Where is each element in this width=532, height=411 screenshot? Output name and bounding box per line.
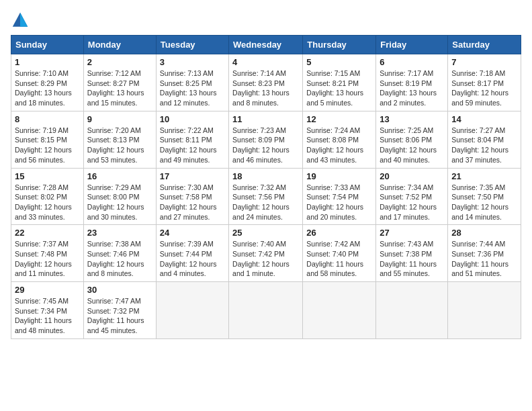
day-info: Sunrise: 7:14 AMSunset: 8:23 PMDaylight:… [232,68,299,108]
day-number: 3 [160,57,225,67]
day-number: 27 [380,228,444,238]
calendar-cell: 22Sunrise: 7:37 AMSunset: 7:48 PMDayligh… [11,225,84,282]
day-info: Sunrise: 7:32 AMSunset: 7:56 PMDaylight:… [232,183,299,222]
calendar-cell [448,282,521,339]
weekday-header-monday: Monday [83,36,156,54]
calendar-cell: 6Sunrise: 7:17 AMSunset: 8:19 PMDaylight… [376,54,448,111]
calendar-cell: 10Sunrise: 7:22 AMSunset: 8:11 PMDayligh… [156,111,228,168]
day-number: 19 [306,171,372,181]
day-info: Sunrise: 7:39 AMSunset: 7:44 PMDaylight:… [160,239,225,279]
calendar-cell [376,282,448,339]
weekday-header-row: SundayMondayTuesdayWednesdayThursdayFrid… [11,36,521,54]
weekday-header-tuesday: Tuesday [156,36,228,54]
day-number: 25 [232,228,299,238]
calendar-cell: 13Sunrise: 7:25 AMSunset: 8:06 PMDayligh… [376,111,448,168]
calendar-cell: 25Sunrise: 7:40 AMSunset: 7:42 PMDayligh… [229,225,303,282]
day-info: Sunrise: 7:23 AMSunset: 8:09 PMDaylight:… [232,126,299,165]
day-number: 17 [160,171,225,181]
day-info: Sunrise: 7:25 AMSunset: 8:06 PMDaylight:… [380,126,444,165]
calendar-cell: 2Sunrise: 7:12 AMSunset: 8:27 PMDaylight… [83,54,156,111]
calendar-week-row: 8Sunrise: 7:19 AMSunset: 8:15 PMDaylight… [11,111,521,168]
weekday-header-sunday: Sunday [11,36,84,54]
weekday-header-friday: Friday [376,36,448,54]
weekday-header-thursday: Thursday [303,36,376,54]
calendar-cell: 5Sunrise: 7:15 AMSunset: 8:21 PMDaylight… [303,54,376,111]
day-info: Sunrise: 7:44 AMSunset: 7:36 PMDaylight:… [451,239,517,279]
calendar-cell: 26Sunrise: 7:42 AMSunset: 7:40 PMDayligh… [303,225,376,282]
day-number: 30 [87,285,152,295]
day-info: Sunrise: 7:12 AMSunset: 8:27 PMDaylight:… [87,68,152,108]
day-number: 5 [306,57,372,67]
day-number: 4 [232,57,299,67]
calendar-cell: 28Sunrise: 7:44 AMSunset: 7:36 PMDayligh… [448,225,521,282]
day-info: Sunrise: 7:20 AMSunset: 8:13 PMDaylight:… [87,126,152,165]
day-number: 26 [306,228,372,238]
calendar-cell: 14Sunrise: 7:27 AMSunset: 8:04 PMDayligh… [448,111,521,168]
day-info: Sunrise: 7:43 AMSunset: 7:38 PMDaylight:… [380,239,444,279]
day-number: 20 [380,171,444,181]
calendar-cell [303,282,376,339]
calendar-cell: 16Sunrise: 7:29 AMSunset: 8:00 PMDayligh… [83,168,156,225]
day-info: Sunrise: 7:24 AMSunset: 8:08 PMDaylight:… [306,126,372,165]
calendar-table: SundayMondayTuesdayWednesdayThursdayFrid… [11,35,521,339]
day-info: Sunrise: 7:22 AMSunset: 8:11 PMDaylight:… [160,126,225,165]
calendar-cell: 3Sunrise: 7:13 AMSunset: 8:25 PMDaylight… [156,54,228,111]
day-number: 22 [15,228,80,238]
calendar-cell: 29Sunrise: 7:45 AMSunset: 7:34 PMDayligh… [11,282,84,339]
calendar-cell: 27Sunrise: 7:43 AMSunset: 7:38 PMDayligh… [376,225,448,282]
day-number: 12 [306,114,372,124]
calendar-week-row: 15Sunrise: 7:28 AMSunset: 8:02 PMDayligh… [11,168,521,225]
day-info: Sunrise: 7:37 AMSunset: 7:48 PMDaylight:… [15,239,80,279]
calendar-cell: 17Sunrise: 7:30 AMSunset: 7:58 PMDayligh… [156,168,228,225]
day-info: Sunrise: 7:33 AMSunset: 7:54 PMDaylight:… [306,183,372,222]
day-info: Sunrise: 7:13 AMSunset: 8:25 PMDaylight:… [160,68,225,108]
day-number: 10 [160,114,225,124]
calendar-cell: 24Sunrise: 7:39 AMSunset: 7:44 PMDayligh… [156,225,228,282]
day-info: Sunrise: 7:15 AMSunset: 8:21 PMDaylight:… [306,68,372,108]
day-number: 28 [451,228,517,238]
day-info: Sunrise: 7:30 AMSunset: 7:58 PMDaylight:… [160,183,225,222]
day-number: 2 [87,57,152,67]
logo-icon [11,11,30,30]
calendar-cell: 30Sunrise: 7:47 AMSunset: 7:32 PMDayligh… [83,282,156,339]
calendar-cell: 4Sunrise: 7:14 AMSunset: 8:23 PMDaylight… [229,54,303,111]
day-info: Sunrise: 7:35 AMSunset: 7:50 PMDaylight:… [451,183,517,222]
day-number: 7 [451,57,517,67]
calendar-week-row: 22Sunrise: 7:37 AMSunset: 7:48 PMDayligh… [11,225,521,282]
calendar-week-row: 29Sunrise: 7:45 AMSunset: 7:34 PMDayligh… [11,282,521,339]
day-number: 6 [380,57,444,67]
day-info: Sunrise: 7:27 AMSunset: 8:04 PMDaylight:… [451,126,517,165]
calendar-cell [156,282,228,339]
svg-marker-1 [20,13,28,27]
calendar-cell: 23Sunrise: 7:38 AMSunset: 7:46 PMDayligh… [83,225,156,282]
calendar-cell: 15Sunrise: 7:28 AMSunset: 8:02 PMDayligh… [11,168,84,225]
day-number: 11 [232,114,299,124]
calendar-cell: 8Sunrise: 7:19 AMSunset: 8:15 PMDaylight… [11,111,84,168]
calendar-week-row: 1Sunrise: 7:10 AMSunset: 8:29 PMDaylight… [11,54,521,111]
day-number: 29 [15,285,80,295]
calendar-cell: 1Sunrise: 7:10 AMSunset: 8:29 PMDaylight… [11,54,84,111]
weekday-header-wednesday: Wednesday [229,36,303,54]
day-number: 1 [15,57,80,67]
day-number: 23 [87,228,152,238]
day-info: Sunrise: 7:45 AMSunset: 7:34 PMDaylight:… [15,296,80,336]
day-info: Sunrise: 7:40 AMSunset: 7:42 PMDaylight:… [232,239,299,279]
day-info: Sunrise: 7:47 AMSunset: 7:32 PMDaylight:… [87,296,152,336]
page-header [11,11,521,30]
calendar-cell [229,282,303,339]
day-number: 18 [232,171,299,181]
calendar-cell: 19Sunrise: 7:33 AMSunset: 7:54 PMDayligh… [303,168,376,225]
logo [11,11,32,30]
day-info: Sunrise: 7:17 AMSunset: 8:19 PMDaylight:… [380,68,444,108]
day-number: 24 [160,228,225,238]
day-number: 16 [87,171,152,181]
calendar-cell: 12Sunrise: 7:24 AMSunset: 8:08 PMDayligh… [303,111,376,168]
day-info: Sunrise: 7:38 AMSunset: 7:46 PMDaylight:… [87,239,152,279]
day-info: Sunrise: 7:18 AMSunset: 8:17 PMDaylight:… [451,68,517,108]
day-number: 21 [451,171,517,181]
day-number: 13 [380,114,444,124]
day-info: Sunrise: 7:29 AMSunset: 8:00 PMDaylight:… [87,183,152,222]
weekday-header-saturday: Saturday [448,36,521,54]
day-info: Sunrise: 7:42 AMSunset: 7:40 PMDaylight:… [306,239,372,279]
calendar-cell: 18Sunrise: 7:32 AMSunset: 7:56 PMDayligh… [229,168,303,225]
